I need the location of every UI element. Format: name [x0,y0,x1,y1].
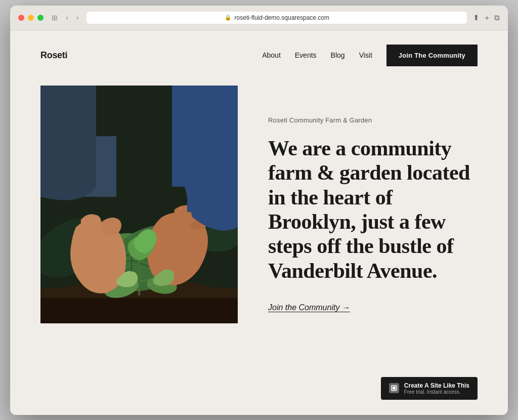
hero-subtitle: Roseti Community Farm & Garden [268,116,478,124]
squarespace-badge-text: Create A Site Like This Free trial. Inst… [404,382,469,395]
traffic-lights [18,15,44,21]
main-content: Roseti Community Farm & Garden We are a … [10,80,508,354]
minimize-button[interactable] [28,15,34,21]
nav-visit[interactable]: Visit [359,51,372,59]
share-button[interactable]: ⬆ [473,13,480,22]
browser-controls: ⊞ ‹ › [50,13,80,23]
fullscreen-button[interactable] [37,15,44,21]
back-button[interactable]: ‹ [64,13,70,23]
lock-icon: 🔒 [225,14,232,21]
tabs-button[interactable]: ⧉ [494,13,500,22]
forward-button[interactable]: › [74,13,81,23]
nav-links: About Events Blog Visit Join The Communi… [262,45,478,66]
badge-sub-text: Free trial. Instant access. [404,389,469,395]
hero-image-container [40,86,238,323]
nav-blog[interactable]: Blog [331,51,345,59]
browser-actions: ⬆ + ⧉ [473,13,500,22]
browser-chrome: ⊞ ‹ › 🔒 roseti-fluid-demo.squarespace.co… [10,6,508,30]
badge-main-text: Create A Site Like This [404,382,469,389]
svg-rect-3 [40,298,238,323]
browser-window: ⊞ ‹ › 🔒 roseti-fluid-demo.squarespace.co… [10,6,508,415]
site-logo: Roseti [40,50,67,61]
hero-image [40,86,238,323]
squarespace-badge[interactable]: Create A Site Like This Free trial. Inst… [381,377,478,400]
url-text: roseti-fluid-demo.squarespace.com [235,14,329,21]
svg-rect-23 [393,387,396,390]
join-community-link[interactable]: Join the Community → [268,303,478,312]
hero-text: Roseti Community Farm & Garden We are a … [268,86,478,323]
website-content: Roseti About Events Blog Visit Join The … [10,30,508,415]
close-button[interactable] [18,15,24,21]
join-community-button[interactable]: Join The Community [386,45,478,66]
squarespace-logo-icon [389,383,399,393]
new-tab-button[interactable]: + [485,13,489,22]
hero-headline: We are a community farm & garden located… [268,136,478,283]
navigation: Roseti About Events Blog Visit Join The … [10,30,508,80]
address-bar[interactable]: 🔒 roseti-fluid-demo.squarespace.com [87,12,467,24]
window-icon[interactable]: ⊞ [50,13,60,23]
nav-about[interactable]: About [262,51,281,59]
nav-events[interactable]: Events [295,51,317,59]
